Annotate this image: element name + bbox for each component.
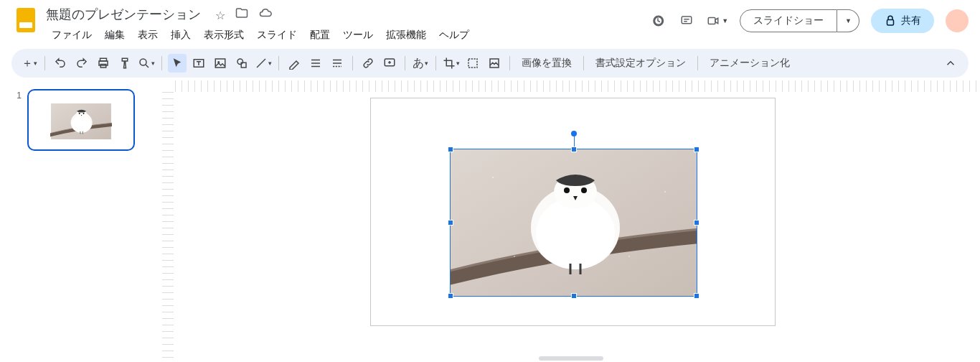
format-options-button[interactable]: 書式設定オプション: [590, 57, 692, 70]
svg-rect-11: [682, 17, 692, 24]
thumbnail-image: [50, 103, 112, 139]
separator: [44, 56, 45, 70]
menu-extensions[interactable]: 拡張機能: [380, 26, 432, 45]
separator: [161, 56, 162, 70]
new-slide-button[interactable]: ＋▾: [20, 54, 39, 73]
border-weight-button[interactable]: [306, 54, 325, 73]
menu-help[interactable]: ヘルプ: [433, 26, 475, 45]
svg-rect-12: [708, 18, 715, 24]
menu-bar: ファイル 編集 表示 挿入 表示形式 スライド 配置 ツール 拡張機能 ヘルプ: [46, 26, 649, 45]
comments-icon[interactable]: [678, 12, 695, 29]
slide-canvas[interactable]: [370, 98, 776, 326]
border-dash-button[interactable]: [328, 54, 347, 73]
svg-rect-13: [887, 20, 894, 26]
app-logo[interactable]: [11, 6, 40, 34]
svg-point-17: [140, 59, 146, 65]
menu-slide[interactable]: スライド: [251, 26, 303, 45]
print-button[interactable]: [94, 54, 113, 73]
select-tool[interactable]: [168, 54, 187, 73]
paint-format-button[interactable]: [116, 54, 134, 73]
separator: [583, 56, 584, 70]
move-icon[interactable]: [235, 9, 248, 22]
rotate-handle[interactable]: [571, 131, 577, 136]
slide-thumbnail[interactable]: [27, 89, 135, 151]
menu-view[interactable]: 表示: [132, 26, 164, 45]
slide-panel: 1: [11, 80, 162, 362]
redo-button[interactable]: [72, 54, 91, 73]
cloud-status-icon[interactable]: [259, 9, 272, 22]
share-label: 共有: [901, 14, 921, 27]
svg-rect-25: [490, 59, 499, 68]
account-avatar[interactable]: [946, 9, 969, 32]
image-tool[interactable]: [211, 54, 230, 73]
animate-button[interactable]: アニメーション化: [704, 57, 796, 70]
rotate-handle-line: [574, 135, 575, 149]
textbox-tool[interactable]: [189, 54, 208, 73]
input-tool-button[interactable]: あ▾: [411, 54, 430, 73]
mask-button[interactable]: [463, 54, 482, 73]
slide-number: 1: [11, 89, 22, 151]
selected-image[interactable]: [450, 149, 697, 297]
menu-insert[interactable]: 挿入: [165, 26, 197, 45]
menu-format[interactable]: 表示形式: [198, 26, 250, 45]
slideshow-button[interactable]: スライドショー: [740, 9, 837, 32]
separator: [509, 56, 510, 70]
meet-button[interactable]: ▼: [707, 14, 728, 27]
canvas-area[interactable]: [162, 80, 980, 362]
document-title[interactable]: 無題のプレゼンテーション: [46, 6, 201, 23]
svg-point-21: [237, 59, 243, 65]
menu-file[interactable]: ファイル: [46, 26, 98, 45]
history-icon[interactable]: [649, 12, 666, 29]
ruler-horizontal: [175, 80, 980, 92]
crop-button[interactable]: ▾: [442, 54, 461, 73]
separator: [278, 56, 279, 70]
scroll-indicator[interactable]: [539, 356, 603, 361]
separator: [352, 56, 353, 70]
menu-tools[interactable]: ツール: [337, 26, 379, 45]
ruler-vertical: [162, 92, 174, 362]
menu-arrange[interactable]: 配置: [304, 26, 336, 45]
border-color-button[interactable]: [285, 54, 303, 73]
svg-rect-24: [468, 59, 477, 68]
collapse-toolbar-button[interactable]: [941, 54, 960, 73]
toolbar: ＋▾ ▾ ▾ あ▾ ▾ 画像を置換 書式設定オプション アニメーション化: [11, 49, 969, 78]
reset-image-button[interactable]: [485, 54, 504, 73]
slideshow-dropdown[interactable]: ▼: [837, 9, 859, 32]
link-button[interactable]: [359, 54, 377, 73]
share-button[interactable]: 共有: [871, 9, 934, 33]
separator: [435, 56, 436, 70]
shape-tool[interactable]: [232, 54, 251, 73]
separator: [405, 56, 405, 70]
menu-edit[interactable]: 編集: [99, 26, 131, 45]
separator: [697, 56, 698, 70]
line-tool[interactable]: ▾: [254, 54, 273, 73]
undo-button[interactable]: [51, 54, 70, 73]
comment-button[interactable]: [380, 54, 399, 73]
replace-image-button[interactable]: 画像を置換: [516, 57, 578, 70]
svg-rect-19: [215, 59, 225, 68]
star-icon[interactable]: ☆: [215, 9, 225, 22]
zoom-button[interactable]: ▾: [137, 54, 156, 73]
